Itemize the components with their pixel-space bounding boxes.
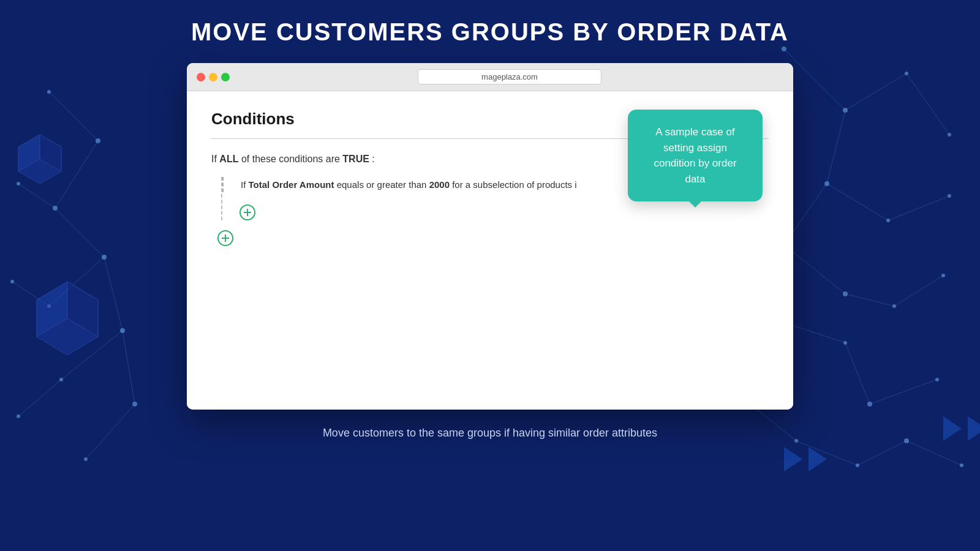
cond-suffix: for a subselection of products i [452, 179, 576, 190]
rule-middle: of these conditions are [241, 154, 342, 164]
rule-all[interactable]: ALL [219, 154, 238, 164]
cond-attribute[interactable]: Total Order Amount [249, 179, 334, 190]
footer-text: Move customers to the same groups if hav… [323, 427, 657, 440]
add-condition-button[interactable] [239, 204, 255, 220]
cond-operator[interactable]: equals or greater than [337, 179, 429, 190]
tooltip-text: A sample case of setting assign conditio… [654, 126, 736, 185]
page-title: MOVE CUSTOMERS GROUPS BY ORDER DATA [191, 18, 789, 46]
cond-value[interactable]: 2000 [429, 179, 450, 190]
address-bar[interactable]: mageplaza.com [418, 69, 601, 84]
browser-dots [197, 73, 230, 81]
dot-green[interactable] [221, 73, 230, 81]
browser-address-bar: mageplaza.com [236, 69, 783, 84]
dot-red[interactable] [197, 73, 205, 81]
dot-yellow[interactable] [209, 73, 217, 81]
browser-chrome: mageplaza.com [187, 63, 793, 91]
add-condition-row [222, 204, 769, 220]
browser-content: A sample case of setting assign conditio… [187, 91, 793, 410]
rule-suffix: : [372, 154, 374, 164]
browser-window: mageplaza.com A sample case of setting a… [187, 63, 793, 410]
tooltip-bubble: A sample case of setting assign conditio… [628, 110, 763, 201]
cond-if: If [241, 179, 249, 190]
add-outer-button[interactable] [217, 230, 233, 246]
add-outer-row [211, 230, 769, 246]
rule-if: If [211, 154, 217, 164]
rule-true[interactable]: TRUE [342, 154, 369, 164]
